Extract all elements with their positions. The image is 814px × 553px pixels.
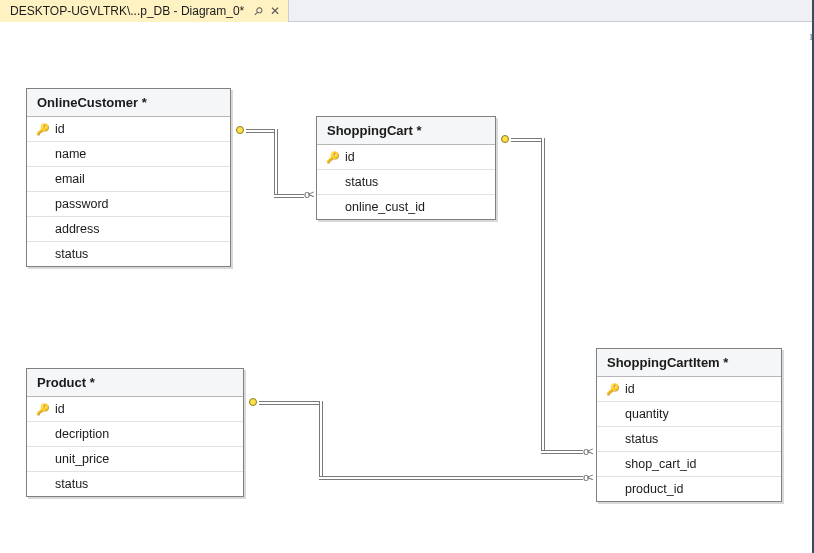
- entity-title: Product *: [37, 375, 95, 390]
- entity-title: OnlineCustomer *: [37, 95, 147, 110]
- column-name: address: [51, 222, 99, 236]
- column-name: id: [51, 122, 65, 136]
- column-name: password: [51, 197, 109, 211]
- entity-column-row[interactable]: 🔑id: [597, 377, 781, 402]
- column-name: online_cust_id: [341, 200, 425, 214]
- entity-column-row[interactable]: status: [27, 472, 243, 496]
- primary-key-icon: 🔑: [325, 151, 341, 164]
- column-name: quantity: [621, 407, 669, 421]
- entity-onlinecustomer[interactable]: OnlineCustomer * 🔑idnameemailpasswordadd…: [26, 88, 231, 267]
- entity-column-row[interactable]: status: [597, 427, 781, 452]
- relation-line: [541, 138, 542, 451]
- column-name: shop_cart_id: [621, 457, 697, 471]
- entity-column-row[interactable]: shop_cart_id: [597, 452, 781, 477]
- column-name: product_id: [621, 482, 683, 496]
- entity-header[interactable]: ShoppingCartItem *: [597, 349, 781, 377]
- entity-column-row[interactable]: product_id: [597, 477, 781, 501]
- entity-header[interactable]: OnlineCustomer *: [27, 89, 230, 117]
- relation-line: [319, 476, 583, 477]
- close-icon[interactable]: ✕: [270, 5, 280, 17]
- relation-many-endpoint: o<: [583, 447, 592, 455]
- column-name: status: [621, 432, 658, 446]
- entity-column-row[interactable]: 🔑id: [27, 117, 230, 142]
- relation-line: [319, 401, 320, 477]
- entity-column-row[interactable]: unit_price: [27, 447, 243, 472]
- column-name: id: [621, 382, 635, 396]
- primary-key-icon: 🔑: [35, 123, 51, 136]
- tab-label: DESKTOP-UGVLTRK\...p_DB - Diagram_0*: [10, 4, 244, 18]
- entity-shoppingcartitem[interactable]: ShoppingCartItem * 🔑idquantitystatusshop…: [596, 348, 782, 502]
- column-name: decription: [51, 427, 109, 441]
- tab-strip: DESKTOP-UGVLTRK\...p_DB - Diagram_0* ⚲ ✕: [0, 0, 812, 22]
- entity-column-row[interactable]: status: [317, 170, 495, 195]
- relation-many-endpoint: o<: [583, 473, 592, 481]
- relation-line: [274, 129, 275, 195]
- pin-icon[interactable]: ⚲: [251, 4, 266, 19]
- entity-column-row[interactable]: decription: [27, 422, 243, 447]
- entity-column-row[interactable]: online_cust_id: [317, 195, 495, 219]
- entity-shoppingcart[interactable]: ShoppingCart * 🔑idstatusonline_cust_id: [316, 116, 496, 220]
- entity-product[interactable]: Product * 🔑iddecriptionunit_pricestatus: [26, 368, 244, 497]
- entity-title: ShoppingCart *: [327, 123, 422, 138]
- relation-key-endpoint: [249, 398, 257, 406]
- primary-key-icon: 🔑: [35, 403, 51, 416]
- primary-key-icon: 🔑: [605, 383, 621, 396]
- relation-key-endpoint: [236, 126, 244, 134]
- column-name: status: [51, 247, 88, 261]
- relation-many-endpoint: o<: [304, 190, 313, 198]
- document-tab[interactable]: DESKTOP-UGVLTRK\...p_DB - Diagram_0* ⚲ ✕: [0, 0, 289, 22]
- entity-header[interactable]: ShoppingCart *: [317, 117, 495, 145]
- relation-key-endpoint: [501, 135, 509, 143]
- column-name: status: [51, 477, 88, 491]
- entity-column-row[interactable]: 🔑id: [27, 397, 243, 422]
- relation-line: [511, 138, 541, 139]
- relation-line: [541, 450, 583, 451]
- entity-column-row[interactable]: status: [27, 242, 230, 266]
- entity-column-row[interactable]: 🔑id: [317, 145, 495, 170]
- column-name: email: [51, 172, 85, 186]
- entity-column-row[interactable]: name: [27, 142, 230, 167]
- column-name: status: [341, 175, 378, 189]
- entity-column-row[interactable]: address: [27, 217, 230, 242]
- column-name: id: [51, 402, 65, 416]
- entity-title: ShoppingCartItem *: [607, 355, 728, 370]
- relation-line: [259, 401, 319, 402]
- relation-line: [274, 194, 304, 195]
- entity-column-row[interactable]: email: [27, 167, 230, 192]
- column-name: unit_price: [51, 452, 109, 466]
- diagram-canvas[interactable]: OnlineCustomer * 🔑idnameemailpasswordadd…: [0, 22, 810, 553]
- relation-line: [246, 129, 274, 130]
- entity-column-row[interactable]: password: [27, 192, 230, 217]
- entity-column-row[interactable]: quantity: [597, 402, 781, 427]
- column-name: id: [341, 150, 355, 164]
- entity-header[interactable]: Product *: [27, 369, 243, 397]
- column-name: name: [51, 147, 86, 161]
